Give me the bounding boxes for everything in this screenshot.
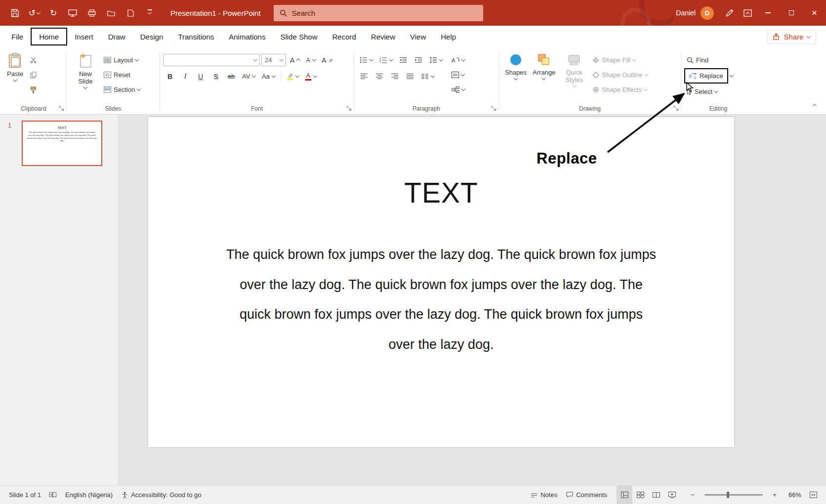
arrange-button[interactable]: Arrange [530,50,558,100]
zoom-percentage[interactable]: 66% [783,491,805,499]
paste-button[interactable]: Paste [4,50,26,100]
slide-body-text[interactable]: The quick brown fox jumps over the lazy … [148,240,734,359]
tab-record[interactable]: Record [325,28,363,45]
start-slideshow-button[interactable] [64,4,82,22]
reset-button[interactable]: Reset [101,68,133,82]
tab-slide-show[interactable]: Slide Show [273,28,325,45]
slide-title[interactable]: TEXT [148,117,734,209]
decrease-indent-button[interactable] [396,53,410,67]
shape-fill-button[interactable]: Shape Fill [590,53,638,67]
text-direction-button[interactable]: A [449,53,467,67]
redo-button[interactable]: ↻ [44,4,62,22]
paragraph-dialog-launcher[interactable] [490,105,497,112]
select-button[interactable]: Select [684,85,733,98]
line-spacing-button[interactable] [427,53,445,67]
italic-button[interactable]: I [178,70,192,83]
shape-effects-button[interactable]: Shape Effects [590,83,649,96]
font-name-combobox[interactable] [163,54,260,66]
user-avatar[interactable]: D [701,6,714,20]
text-shadow-button[interactable]: S [209,70,223,83]
align-center-button[interactable] [372,70,386,83]
highlight-color-button[interactable] [285,70,301,83]
customize-qat-button[interactable] [141,4,159,22]
clear-formatting-button[interactable]: A [319,53,335,67]
tab-view[interactable]: View [403,28,433,45]
slideshow-view-button[interactable] [664,486,680,504]
language-indicator[interactable]: English (Nigeria) [61,486,117,504]
cut-button[interactable] [26,53,40,67]
tab-draw[interactable]: Draw [101,28,133,45]
slide-thumbnail[interactable]: TEXT The quick brown fox jumps over the … [22,121,102,166]
replace-dropdown-icon[interactable] [730,73,734,77]
clipboard-dialog-launcher[interactable] [58,105,65,112]
change-case-button[interactable]: Aa [259,70,277,83]
tab-insert[interactable]: Insert [67,28,101,45]
slide[interactable]: TEXT The quick brown fox jumps over the … [148,117,734,447]
minimize-button[interactable] [756,0,780,26]
zoom-in-button[interactable]: + [767,486,783,504]
shape-outline-dropdown-icon [645,72,649,76]
ribbon-display-options-button[interactable] [739,4,756,22]
quick-styles-button[interactable]: Quick Styles [558,50,590,100]
align-right-button[interactable] [388,70,402,83]
bullets-button[interactable] [357,53,375,67]
strikethrough-button[interactable]: ab [224,70,238,83]
increase-font-size-button[interactable]: A [288,53,302,67]
section-button[interactable]: Section [101,83,143,96]
save-button[interactable] [6,4,24,22]
tab-file[interactable]: File [4,28,31,45]
layout-button[interactable]: Layout [101,53,141,67]
tab-review[interactable]: Review [364,28,403,45]
decrease-font-size-button[interactable]: A [304,53,318,67]
search-box[interactable]: Search [274,5,483,21]
tab-home[interactable]: Home [31,28,67,45]
justify-button[interactable] [403,70,417,83]
font-size-combobox[interactable]: 24 [261,54,286,66]
numbering-button[interactable]: 123 [377,53,395,67]
ink-pen-button[interactable] [721,4,739,22]
new-document-button[interactable] [122,4,139,22]
collapse-ribbon-button[interactable] [809,100,820,110]
copy-button[interactable] [26,68,40,82]
quick-print-button[interactable] [83,4,101,22]
convert-smartart-button[interactable] [449,83,467,96]
find-button[interactable]: Find [684,53,733,67]
notes-button[interactable]: Notes [526,486,562,504]
change-case-glyph: Aa [262,73,270,80]
font-dialog-launcher[interactable] [345,105,352,112]
slide-sorter-view-button[interactable] [632,486,648,504]
align-text-button[interactable] [449,68,467,82]
fit-slide-to-window-button[interactable] [805,486,821,504]
new-slide-button[interactable]: New Slide [70,50,101,100]
open-button[interactable] [102,4,120,22]
columns-button[interactable] [418,70,437,83]
accessibility-checker[interactable]: Accessibility: Good to go [117,486,206,504]
tab-animations[interactable]: Animations [221,28,273,45]
shapes-button[interactable]: Shapes [502,50,530,100]
undo-button[interactable]: ↺ [25,4,43,22]
drawing-dialog-launcher[interactable] [672,105,679,112]
align-left-button[interactable] [357,70,371,83]
font-color-button[interactable]: A [303,70,319,83]
spell-check-button[interactable] [45,486,61,504]
tab-transitions[interactable]: Transitions [170,28,221,45]
underline-button[interactable]: U [194,70,207,83]
character-spacing-button[interactable]: AV [240,70,258,83]
customize-qat-bar [148,9,152,10]
share-button[interactable]: Share [767,30,816,44]
tab-help[interactable]: Help [433,28,463,45]
zoom-out-button[interactable]: − [685,486,701,504]
reading-view-button[interactable] [648,486,664,504]
tab-design[interactable]: Design [133,28,171,45]
bold-button[interactable]: B [163,70,177,83]
replace-button[interactable]: bcReplace [684,68,728,84]
format-painter-button[interactable] [26,83,40,96]
close-button[interactable]: × [803,0,826,26]
zoom-slider-handle[interactable] [727,492,729,498]
comments-button[interactable]: Comments [562,486,612,504]
maximize-button[interactable] [780,0,803,26]
increase-indent-button[interactable] [412,53,425,67]
normal-view-button[interactable] [617,486,632,504]
shape-outline-button[interactable]: Shape Outline [590,68,650,82]
zoom-slider[interactable] [704,494,763,496]
